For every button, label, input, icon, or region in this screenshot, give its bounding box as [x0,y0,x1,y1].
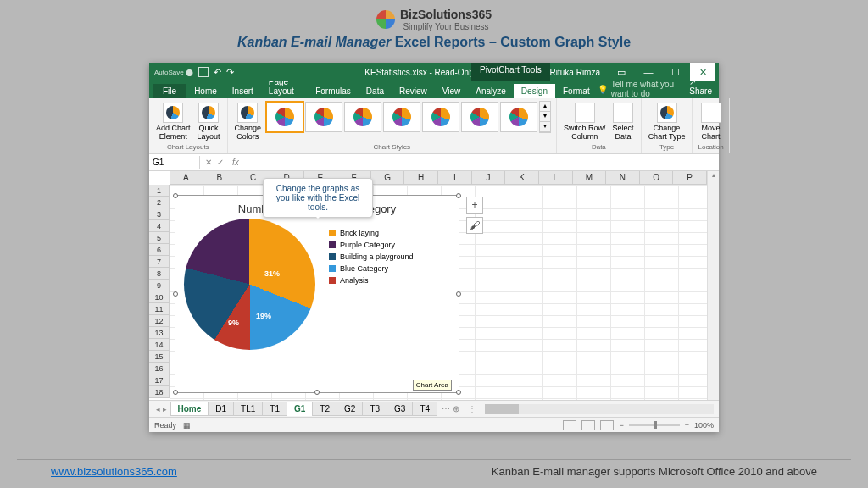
page-break-view-button[interactable] [600,420,614,430]
chart-elements-button[interactable]: + [466,197,483,214]
add-chart-element-button[interactable]: Add Chart Element [154,101,192,143]
tab-design[interactable]: Design [514,84,555,98]
status-ready: Ready [154,421,176,430]
ribbon: Add Chart Element Quick Layout Chart Lay… [149,98,719,154]
tab-insert[interactable]: Insert [225,84,261,98]
change-chart-type-button[interactable]: Change Chart Type [647,101,687,143]
vertical-scrollbar[interactable] [707,171,719,400]
group-label-location: Location [698,143,723,151]
tell-me-search[interactable]: 💡 Tell me what you want to do [598,80,683,98]
slice-label: 9% [228,319,239,327]
sheet-tab-D1[interactable]: D1 [208,402,234,416]
normal-view-button[interactable] [563,420,576,430]
titlebar: AutoSave ⬤ ↶ ↷ KEStatistics.xlsx - Read-… [149,63,719,81]
resize-handle[interactable] [314,390,320,395]
redo-icon[interactable]: ↷ [226,67,234,78]
name-box[interactable]: G1 [149,156,200,169]
cell-grid[interactable]: Change the graphs as you like with the E… [170,185,707,400]
macro-record-icon[interactable]: ▦ [183,421,191,430]
group-label-layouts: Chart Layouts [167,143,209,151]
sheet-tab-G3[interactable]: G3 [387,402,413,416]
brand-tagline: Simplify Your Business [400,22,492,31]
add-sheet-button[interactable]: ⋯ ⊕ [437,402,465,415]
style-thumb-5[interactable] [422,102,459,132]
style-thumb-3[interactable] [344,102,381,132]
sheet-tabs-bar: ◂ ▸ HomeD1TL1T1G1T2G2T3G3T4 ⋯ ⊕ ⋮ [149,400,719,417]
undo-icon[interactable]: ↶ [214,67,221,78]
sheet-tab-G1[interactable]: G1 [287,402,313,416]
group-label-type: Type [659,143,674,151]
zoom-out-button[interactable]: − [619,421,623,430]
tab-format[interactable]: Format [555,84,598,98]
sheet-tab-T3[interactable]: T3 [362,402,387,416]
row-headers[interactable]: 123456789101112131415161718 [149,185,170,398]
resize-handle[interactable] [173,390,178,395]
slide-header: BizSolutions365 Simplify Your Business K… [0,0,868,53]
tab-home[interactable]: Home [186,84,225,98]
quick-layout-button[interactable]: Quick Layout [196,101,222,143]
change-colors-button[interactable]: Change Colors [233,101,264,143]
save-icon[interactable] [198,67,209,77]
move-chart-button[interactable]: Move Chart [699,101,723,143]
group-label-styles: Chart Styles [374,143,411,151]
sheet-tab-G2[interactable]: G2 [337,402,363,416]
minimize-button[interactable]: — [636,63,661,81]
resize-handle[interactable] [456,390,461,395]
user-name[interactable]: Rituka Rimza [550,68,600,77]
excel-window: AutoSave ⬤ ↶ ↷ KEStatistics.xlsx - Read-… [149,63,719,432]
horizontal-scrollbar[interactable] [485,404,714,414]
ribbon-tabs: File Home Insert Page Layout Formulas Da… [149,81,719,98]
style-thumb-1[interactable] [266,102,303,132]
resize-handle[interactable] [456,291,461,297]
brand-logo-icon [376,10,395,29]
zoom-in-button[interactable]: + [685,421,689,430]
tab-view[interactable]: View [435,84,469,98]
column-headers[interactable]: ABCDEFGHIJKLMNOP [170,171,707,185]
contextual-tab-label: PivotChart Tools [471,63,550,81]
slice-label: 31% [264,269,280,278]
chart-styles-gallery[interactable]: ▴▾▾ [266,101,551,133]
close-button[interactable]: ✕ [690,63,715,81]
tab-analyze[interactable]: Analyze [468,84,514,98]
style-thumb-4[interactable] [383,102,420,132]
enter-formula-icon[interactable]: ✓ [217,158,224,167]
style-thumb-6[interactable] [461,102,498,132]
tab-data[interactable]: Data [359,84,392,98]
pie-chart[interactable]: 31% 19% 9% [184,219,315,350]
formula-bar: G1 ✕✓ fx [149,154,719,171]
resize-handle[interactable] [173,193,178,198]
slide-footer: www.bizsolutions365.com Kanban E-mail ma… [17,459,851,478]
chart-legend[interactable]: Brick layingPurple CategoryBuilding a pl… [315,219,414,350]
select-data-button[interactable]: Select Data [611,101,636,143]
sheet-tab-T1[interactable]: T1 [262,402,287,416]
tab-nav-prev[interactable]: ◂ ▸ [153,405,170,413]
style-thumb-7[interactable] [500,102,537,132]
zoom-level[interactable]: 100% [694,421,714,430]
style-thumb-2[interactable] [305,102,342,132]
tab-formulas[interactable]: Formulas [308,84,359,98]
ribbon-options-icon[interactable]: ▭ [609,63,634,81]
footer-link[interactable]: www.bizsolutions365.com [51,465,177,478]
zoom-slider[interactable] [629,424,680,426]
worksheet-area[interactable]: ABCDEFGHIJKLMNOP 12345678910111213141516… [149,171,719,400]
cancel-formula-icon[interactable]: ✕ [205,158,212,167]
resize-handle[interactable] [173,291,178,297]
sheet-tab-Home[interactable]: Home [170,402,209,416]
page-layout-view-button[interactable] [581,420,595,430]
group-label-data: Data [592,143,606,151]
chart-styles-button[interactable]: 🖌 [466,217,483,234]
gallery-more-button[interactable]: ▴▾▾ [539,101,551,133]
sheet-tab-TL1[interactable]: TL1 [233,402,263,416]
slide-title: Kanban E-mail Manager Excel Reports – Cu… [0,35,868,50]
resize-handle[interactable] [456,193,461,198]
fx-icon[interactable]: fx [229,158,242,167]
status-bar: Ready ▦ − + 100% [149,417,719,432]
sheet-tab-T4[interactable]: T4 [412,402,437,416]
sheet-tab-T2[interactable]: T2 [312,402,337,416]
tab-file[interactable]: File [153,84,186,98]
chart-tooltip: Chart Area [413,380,452,391]
maximize-button[interactable]: ☐ [663,63,688,81]
tab-review[interactable]: Review [392,84,435,98]
switch-row-column-button[interactable]: Switch Row/ Column [562,101,608,143]
autosave-toggle[interactable]: AutoSave ⬤ [154,69,193,76]
